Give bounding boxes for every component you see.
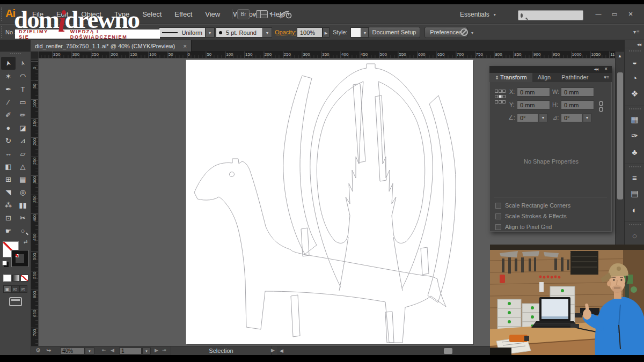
- dock-recolor-artwork-panel[interactable]: ❖: [627, 86, 643, 101]
- tool-eraser-tool[interactable]: ◪: [16, 121, 30, 134]
- opacity-input[interactable]: 100%: [297, 27, 323, 38]
- scroll-left-icon[interactable]: ◀: [280, 348, 283, 353]
- brush-dropdown-button[interactable]: ▼: [263, 27, 272, 38]
- option-scale-rectangle-corners[interactable]: Scale Rectangle Corners: [495, 200, 608, 211]
- collapse-panel-icon[interactable]: ◀◀: [594, 67, 598, 71]
- menu-effect[interactable]: Effect: [168, 4, 199, 24]
- option-scale-strokes-effects[interactable]: Scale Strokes & Effects: [495, 211, 608, 221]
- dock-grip[interactable]: [629, 224, 641, 226]
- horizontal-ruler[interactable]: 3503002502001501005005010015020025030035…: [39, 51, 615, 58]
- w-input[interactable]: 0 mm: [561, 87, 594, 97]
- tool-type-tool[interactable]: T: [16, 83, 30, 95]
- tool-width-tool[interactable]: ↔: [1, 147, 16, 160]
- opacity-spinner-button[interactable]: ▶: [323, 27, 330, 38]
- stroke-color-swatch[interactable]: [12, 250, 28, 267]
- dock-symbols-panel[interactable]: ♣: [627, 144, 643, 159]
- dock-grip[interactable]: [629, 50, 641, 52]
- tool-symbol-sprayer-tool[interactable]: ⁂: [1, 198, 16, 211]
- tool-mesh-tool[interactable]: ⊞: [1, 173, 16, 186]
- ref-dot-selected[interactable]: [499, 95, 502, 98]
- tool-paintbrush-tool[interactable]: ✐: [1, 108, 16, 121]
- artboard-number-input[interactable]: 1: [119, 348, 142, 354]
- export-icon[interactable]: ↪: [46, 347, 51, 354]
- tool-pencil-tool[interactable]: ✏: [16, 108, 30, 121]
- minimize-button[interactable]: —: [590, 9, 606, 19]
- dock-brushes-panel[interactable]: ✑: [627, 128, 643, 143]
- draw-behind-button[interactable]: ◱: [11, 285, 19, 293]
- tool-line-tool[interactable]: ∕: [1, 95, 16, 108]
- controlbar-panel-menu-icon[interactable]: ▾≡: [633, 29, 640, 35]
- tool-gradient-tool[interactable]: ▤: [16, 173, 30, 186]
- tool-scale-tool[interactable]: ⊿: [16, 134, 30, 147]
- tab-pathfinder[interactable]: Pathfinder: [556, 73, 594, 82]
- workspace-layout-icon[interactable]: [256, 10, 268, 18]
- reference-point-selector[interactable]: [495, 90, 507, 106]
- document-setup-button[interactable]: Document Setup: [368, 27, 420, 38]
- artboard[interactable]: [186, 60, 473, 344]
- close-icon[interactable]: ×: [180, 43, 187, 49]
- app-search[interactable]: [518, 10, 583, 20]
- tab-transform[interactable]: Transform: [489, 73, 532, 82]
- tool-rotate-tool[interactable]: ↻: [1, 134, 16, 147]
- chevron-down-icon[interactable]: ▾: [471, 31, 473, 35]
- dock-grip[interactable]: [629, 108, 641, 110]
- opacity-label[interactable]: Opacity:: [275, 29, 296, 35]
- ref-dot[interactable]: [499, 90, 502, 93]
- tool-eyedropper-tool[interactable]: ◥: [1, 186, 16, 198]
- width-profile-dropdown-button[interactable]: ▼: [206, 27, 215, 38]
- option-align-to-pixel-grid[interactable]: Align to Pixel Grid: [495, 221, 608, 232]
- close-icon[interactable]: ×: [604, 66, 608, 72]
- screen-mode-button[interactable]: [9, 297, 22, 306]
- none-button[interactable]: [20, 275, 28, 282]
- tool-artboard-tool[interactable]: ⊡: [1, 211, 16, 224]
- dock-gradient-panel[interactable]: ▤: [627, 186, 643, 201]
- rotate-dropdown-button[interactable]: ▼: [539, 113, 547, 122]
- tool-pen-tool[interactable]: ✒: [1, 83, 16, 95]
- brush-definition-select[interactable]: 5 pt. Round: [216, 27, 263, 38]
- artboard-dropdown-button[interactable]: ▼: [142, 348, 151, 354]
- constrain-proportions-icon[interactable]: [597, 100, 605, 115]
- tool-shape-builder-tool[interactable]: ◧: [1, 160, 16, 173]
- tool-magic-wand-tool[interactable]: ✶: [1, 70, 16, 83]
- close-button[interactable]: ✕: [623, 9, 639, 19]
- tool-hand-tool[interactable]: ☛: [1, 224, 16, 237]
- tool-slice-tool[interactable]: ✂: [16, 211, 30, 224]
- gradient-button[interactable]: [12, 275, 20, 282]
- checkbox-icon[interactable]: [495, 213, 501, 219]
- ref-dot[interactable]: [502, 90, 506, 93]
- dock-appearance-panel[interactable]: ◌: [627, 228, 643, 243]
- dock-swatches-panel[interactable]: ▦: [627, 112, 643, 127]
- ref-dot[interactable]: [495, 95, 498, 98]
- checkbox-icon[interactable]: [495, 203, 501, 209]
- menu-view[interactable]: View: [199, 4, 226, 24]
- draw-normal-button[interactable]: ▣: [3, 285, 11, 293]
- style-swatch[interactable]: [350, 27, 361, 38]
- tool-blob-brush-tool[interactable]: ●: [1, 121, 16, 134]
- ref-dot[interactable]: [499, 100, 502, 104]
- restore-button[interactable]: ▭: [606, 9, 623, 19]
- tool-selection-tool[interactable]: ➤: [1, 57, 16, 70]
- zoom-level-input[interactable]: 40%: [60, 348, 85, 354]
- y-input[interactable]: 0 mm: [517, 100, 550, 109]
- zoom-dropdown-button[interactable]: ▼: [85, 348, 94, 354]
- tool-perspective-grid-tool[interactable]: △: [16, 160, 30, 173]
- ref-dot[interactable]: [502, 95, 506, 98]
- tool-blend-tool[interactable]: ◎: [16, 186, 30, 198]
- tool-column-graph-tool[interactable]: ▮▮: [16, 198, 30, 211]
- tool-direct-selection-tool[interactable]: ➢: [16, 57, 30, 70]
- ruler-origin-corner[interactable]: [31, 51, 39, 58]
- expand-panels-icon[interactable]: ◀◀: [637, 42, 641, 46]
- x-input[interactable]: 0 mm: [517, 87, 550, 97]
- default-fill-stroke-icon[interactable]: [2, 261, 7, 265]
- swap-fill-stroke-icon[interactable]: ⇄: [24, 239, 28, 245]
- ref-dot[interactable]: [495, 90, 498, 93]
- dock-color-guide-panel[interactable]: ◔: [627, 70, 643, 85]
- ref-dot[interactable]: [502, 100, 506, 104]
- draw-inside-button[interactable]: ◰: [19, 285, 27, 293]
- dock-color-panel[interactable]: ◒: [627, 54, 643, 69]
- tool-free-transform-tool[interactable]: ▱: [16, 147, 30, 160]
- tool-rectangle-tool[interactable]: ▭: [16, 95, 30, 108]
- status-arrow-icon[interactable]: ▶: [271, 348, 275, 353]
- ref-dot[interactable]: [495, 100, 498, 104]
- document-tab[interactable]: did_renifer_750x750_1.1.ai* @ 40% (CMYK/…: [31, 40, 192, 51]
